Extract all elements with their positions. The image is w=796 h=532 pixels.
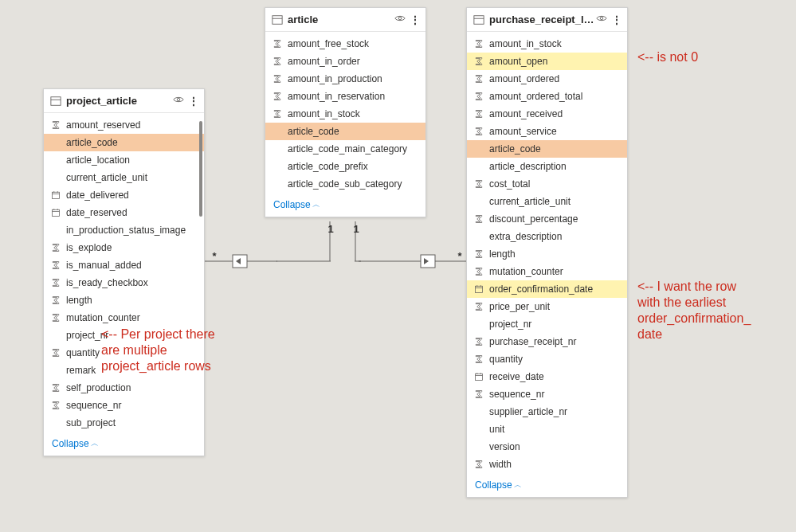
field-row[interactable]: amount_in_reservation bbox=[265, 88, 425, 105]
scrollbar[interactable] bbox=[199, 121, 202, 217]
table-purchase-receipt-line[interactable]: purchase_receipt_line ⋮ amount_in_stocka… bbox=[466, 7, 628, 498]
field-row[interactable]: self_production bbox=[44, 379, 204, 397]
sum-icon bbox=[473, 38, 484, 49]
field-row[interactable]: amount_ordered bbox=[467, 70, 627, 88]
field-row[interactable]: amount_service bbox=[467, 123, 627, 140]
field-row[interactable]: in_production_status_image bbox=[44, 221, 204, 239]
field-row[interactable]: amount_in_order bbox=[265, 53, 425, 70]
blank-icon bbox=[473, 406, 484, 417]
field-row[interactable]: is_explode bbox=[44, 239, 204, 256]
field-row[interactable]: mutation_counter bbox=[44, 309, 204, 327]
field-row[interactable]: is_manual_added bbox=[44, 256, 204, 274]
field-label: article_code_prefix bbox=[288, 161, 368, 172]
sum-icon bbox=[50, 312, 61, 323]
field-label: amount_open bbox=[489, 56, 547, 67]
field-row[interactable]: length bbox=[44, 291, 204, 309]
more-icon[interactable]: ⋮ bbox=[189, 96, 198, 107]
field-row[interactable]: quantity bbox=[467, 350, 627, 368]
field-label: length bbox=[489, 248, 516, 260]
visibility-icon[interactable] bbox=[173, 94, 184, 108]
field-label: current_article_unit bbox=[489, 196, 571, 207]
sum-icon bbox=[473, 336, 484, 347]
field-row[interactable]: article_description bbox=[467, 158, 627, 175]
field-label: amount_ordered_total bbox=[489, 91, 582, 102]
collapse-button[interactable]: Collapse︿ bbox=[44, 433, 204, 456]
field-row[interactable]: discount_percentage bbox=[467, 210, 627, 228]
field-row[interactable]: amount_open bbox=[467, 53, 627, 70]
collapse-button[interactable]: Collapse︿ bbox=[265, 194, 425, 217]
field-row[interactable]: order_confirmation_date bbox=[467, 280, 627, 298]
field-row[interactable]: unit bbox=[467, 421, 627, 438]
field-row[interactable]: supplier_article_nr bbox=[467, 403, 627, 421]
field-row[interactable]: amount_free_stock bbox=[265, 35, 425, 53]
field-row[interactable]: is_ready_checkbox bbox=[44, 274, 204, 291]
chevron-up-icon: ︿ bbox=[91, 438, 99, 449]
sum-icon bbox=[272, 38, 283, 49]
field-row[interactable]: length bbox=[467, 245, 627, 263]
chevron-up-icon: ︿ bbox=[514, 479, 522, 491]
field-row[interactable]: article_code bbox=[467, 140, 627, 158]
field-row[interactable]: amount_in_stock bbox=[265, 105, 425, 123]
table-article[interactable]: article ⋮ amount_free_stockamount_in_ord… bbox=[265, 7, 426, 217]
visibility-icon[interactable] bbox=[596, 13, 607, 26]
field-label: sequence_nr bbox=[66, 400, 121, 411]
sum-icon bbox=[473, 301, 484, 312]
field-row[interactable]: extra_description bbox=[467, 228, 627, 245]
table-header: article ⋮ bbox=[265, 8, 425, 32]
collapse-button[interactable]: Collapse︿ bbox=[467, 475, 627, 497]
field-row[interactable]: sub_project bbox=[44, 414, 204, 432]
table-project-article[interactable]: project_article ⋮ amount_reservedarticle… bbox=[43, 88, 205, 456]
field-row[interactable]: date_reserved bbox=[44, 204, 204, 221]
blank-icon bbox=[473, 143, 484, 155]
field-row[interactable]: project_nr bbox=[467, 315, 627, 333]
field-list: amount_in_stockamount_openamount_ordered… bbox=[467, 32, 627, 475]
field-row[interactable]: article_code_sub_category bbox=[265, 175, 425, 193]
blank-icon bbox=[50, 225, 61, 236]
sum-icon bbox=[50, 382, 61, 393]
field-row[interactable]: receive_date bbox=[467, 368, 627, 385]
sum-icon bbox=[50, 400, 61, 411]
cardinality-star-left: * bbox=[209, 250, 220, 261]
relationship-article-right-horiz bbox=[355, 260, 361, 262]
field-row[interactable]: article_code bbox=[44, 134, 204, 151]
blank-icon bbox=[272, 178, 283, 190]
field-row[interactable]: article_code_main_category bbox=[265, 140, 425, 158]
svg-point-12 bbox=[177, 98, 180, 101]
table-title: project_article bbox=[66, 95, 173, 107]
sum-icon bbox=[50, 242, 61, 253]
field-row[interactable]: article_location bbox=[44, 151, 204, 169]
field-label: project_nr bbox=[489, 319, 531, 330]
field-row[interactable]: cost_total bbox=[467, 175, 627, 193]
field-label: amount_in_stock bbox=[489, 38, 562, 49]
field-label: length bbox=[66, 295, 92, 306]
field-row[interactable]: article_code_prefix bbox=[265, 158, 425, 175]
field-row[interactable]: current_article_unit bbox=[467, 193, 627, 210]
field-list: amount_free_stockamount_in_orderamount_i… bbox=[265, 32, 425, 194]
sum-icon bbox=[473, 248, 484, 260]
field-row[interactable]: version bbox=[467, 438, 627, 456]
field-label: self_production bbox=[66, 382, 131, 393]
field-row[interactable]: amount_received bbox=[467, 105, 627, 123]
field-row[interactable]: sequence_nr bbox=[467, 385, 627, 403]
field-row[interactable]: article_code bbox=[265, 123, 425, 140]
more-icon[interactable]: ⋮ bbox=[612, 14, 621, 25]
chevron-up-icon: ︿ bbox=[312, 199, 320, 210]
field-row[interactable]: current_article_unit bbox=[44, 169, 204, 186]
visibility-icon[interactable] bbox=[394, 13, 406, 26]
field-row[interactable]: width bbox=[467, 456, 627, 473]
field-row[interactable]: mutation_counter bbox=[467, 263, 627, 280]
field-row[interactable]: date_delivered bbox=[44, 186, 204, 204]
field-row[interactable]: amount_ordered_total bbox=[467, 88, 627, 105]
field-row[interactable]: amount_in_stock bbox=[467, 35, 627, 53]
field-row[interactable]: amount_in_production bbox=[265, 70, 425, 88]
field-row[interactable]: purchase_receipt_nr bbox=[467, 333, 627, 350]
field-row[interactable]: sequence_nr bbox=[44, 397, 204, 414]
svg-marker-5 bbox=[424, 258, 429, 264]
field-label: amount_reserved bbox=[66, 119, 140, 131]
sum-icon bbox=[473, 91, 484, 102]
relationship-article-left-horiz bbox=[276, 260, 331, 262]
field-row[interactable]: amount_reserved bbox=[44, 116, 204, 134]
more-icon[interactable]: ⋮ bbox=[410, 14, 419, 25]
field-row[interactable]: price_per_unit bbox=[467, 298, 627, 315]
blank-icon bbox=[473, 424, 484, 435]
